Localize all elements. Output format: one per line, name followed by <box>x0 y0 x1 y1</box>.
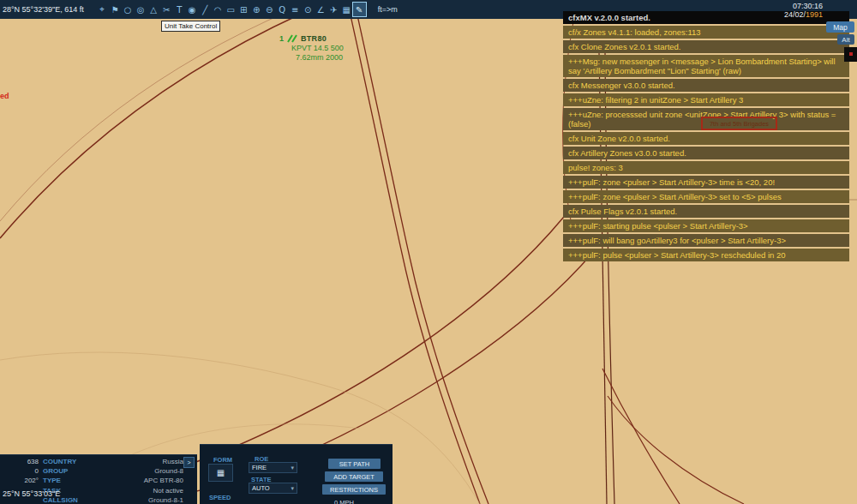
target-icon[interactable]: ⊙ <box>302 3 315 16</box>
apc-icon[interactable] <box>286 33 298 44</box>
pattern-icon[interactable]: ▦ <box>340 3 353 16</box>
log-message: cf/x Zones v4.1.1: loaded, zones:113 <box>563 26 849 39</box>
ring-tool-icon[interactable]: ◎ <box>135 3 147 16</box>
text-tool-icon[interactable]: T <box>173 3 186 16</box>
map-button[interactable]: Map <box>826 21 854 33</box>
zoom-out-icon[interactable]: ⊖ <box>263 3 276 16</box>
log-message: +++pulF: starting pulse <pulser > Start … <box>563 219 849 232</box>
sim-date-prefix: 24/02/ <box>784 10 806 19</box>
unit-info-data: Ground-8 <box>108 467 197 475</box>
speed-label: SPEED <box>209 494 231 501</box>
restrictions-button[interactable]: RESTRICTIONS <box>322 484 386 495</box>
chevron-down-icon: ▾ <box>291 465 294 471</box>
unit-name: BTR80 <box>301 34 327 44</box>
form-label: FORM <box>213 456 232 464</box>
unit-info-data: APC BTR-80 <box>108 477 197 484</box>
zone-label: 7th and 5th Brigades <box>710 120 769 128</box>
unit-ammo-primary: KPVT 14.5 500 <box>291 44 344 53</box>
add-target-button[interactable]: ADD TARGET <box>325 471 383 482</box>
log-message: cfx Pulse Flags v2.0.1 started. <box>563 205 849 218</box>
marker-icon[interactable]: ◉ <box>186 3 199 16</box>
log-message: +++pulF: will bang goArtillery3 for <pul… <box>563 234 849 247</box>
unit-info-row: 638 COUNTRY Russia <box>0 457 197 466</box>
formation-dropdown[interactable]: ▦ <box>208 464 233 482</box>
formation-icon: ▦ <box>217 468 225 477</box>
log-message: +++pulF: pulse <pulser > Start Artillery… <box>563 249 849 261</box>
map-unit-label[interactable]: 1 BTR80 KPVT 14.5 500 7.62mm 2000 <box>279 33 344 62</box>
search-icon[interactable]: Q <box>276 3 289 16</box>
select-tool-icon[interactable]: ⌖ <box>96 3 109 16</box>
unit-conversion-toggle[interactable]: ft=>m <box>378 5 398 14</box>
unit-info-value: 0 <box>0 467 43 475</box>
unit-count: 1 <box>279 34 284 44</box>
message-log: cfxMX v.2.0.0 started. cf/x Zones v4.1.1… <box>563 11 849 263</box>
angle-icon[interactable]: ∠ <box>315 3 327 16</box>
log-message: pulse! zones: 3 <box>563 161 849 174</box>
unit-info-label: TYPE <box>43 477 108 484</box>
log-message: +++pulF: zone <pulser > Start Artillery-… <box>563 190 849 203</box>
log-message: +++pulF: zone <pulser > Start Artillery-… <box>563 176 849 189</box>
sim-date: 24/02/1991 <box>784 10 823 19</box>
unit-info-row: 202° TYPE APC BTR-80 <box>0 476 197 485</box>
sim-time: 07:30:16 <box>784 2 823 10</box>
unit-info-value: 638 <box>0 458 43 465</box>
cursor-coordinates: 25°N 55°33'03"E <box>3 489 60 498</box>
map-edge-label: ed <box>0 92 9 100</box>
scissors-icon[interactable]: ✂ <box>160 3 173 16</box>
arc-tool-icon[interactable]: ◠ <box>212 3 225 16</box>
map-tools: ⌖ ⚑ ○ ◎ △ ✂ T ◉ ╱ ◠ ▭ ⊞ ⊕ ⊖ Q ≡ ⊙ ∠ ✈ ▦ … <box>96 3 366 16</box>
layers-icon[interactable]: ≡ <box>289 3 302 16</box>
mouse-coordinates: 28°N 55°32'39"E, 614 ft <box>3 5 84 14</box>
unit-info-value: 202° <box>0 477 43 484</box>
unit-info-label: COUNTRY <box>43 458 108 465</box>
set-path-button[interactable]: SET PATH <box>328 459 381 469</box>
log-message: cfx Clone Zones v2.0.1 started. <box>563 40 849 53</box>
log-message: cfx Messenger v3.0.0 started. <box>563 79 849 92</box>
sim-date-year: 1991 <box>806 10 823 19</box>
polygon-tool-icon[interactable]: △ <box>147 3 160 16</box>
roe-value: FIRE <box>252 464 267 471</box>
line-tool-icon[interactable]: ╱ <box>199 3 212 16</box>
zone-highlight-box: 7th and 5th Brigades <box>701 117 777 130</box>
zoom-in-icon[interactable]: ⊕ <box>250 3 263 16</box>
log-message: cfx Artillery Zones v3.0.0 started. <box>563 147 849 159</box>
unit-info-label: GROUP <box>43 467 108 475</box>
state-value: AUTO <box>252 484 270 492</box>
grid-icon[interactable]: ⊞ <box>237 3 250 16</box>
unit-info-data: Not active <box>108 487 197 495</box>
unit-ammo-secondary: 7.62mm 2000 <box>296 53 344 63</box>
log-message: cfx Unit Zone v2.0.0 started. <box>563 132 849 145</box>
roe-dropdown[interactable]: FIRE ▾ <box>249 462 297 473</box>
corner-widget-button[interactable] <box>844 47 857 62</box>
chevron-down-icon: ▾ <box>291 485 294 492</box>
rect-tool-icon[interactable]: ▭ <box>225 3 237 16</box>
log-message: +++uZne: filtering 2 in unitZone > Start… <box>563 93 849 106</box>
plane-icon[interactable]: ✈ <box>327 3 340 16</box>
panel-expand-button[interactable]: > <box>183 457 195 468</box>
circle-tool-icon[interactable]: ○ <box>122 3 135 16</box>
record-dot-icon <box>849 52 853 56</box>
unit-info-data: Ground-8-1 <box>108 496 197 504</box>
pencil-icon[interactable]: ✎ <box>353 3 366 16</box>
sim-clock: 07:30:16 24/02/1991 <box>784 2 823 19</box>
speed-value: 0 MPH <box>334 499 354 504</box>
flag-icon[interactable]: ⚑ <box>109 3 122 16</box>
state-dropdown[interactable]: AUTO ▾ <box>249 483 297 494</box>
alt-button[interactable]: Alt <box>837 34 854 45</box>
unit-control-panel: FORM ▦ ROE FIRE ▾ STATE AUTO ▾ SPEED SET… <box>200 444 393 504</box>
tool-tooltip: Unit Take Control <box>161 21 220 32</box>
log-message: +++Msg: new messenger in <message > Lion… <box>563 55 849 77</box>
unit-info-row: 0 GROUP Ground-8 <box>0 466 197 476</box>
